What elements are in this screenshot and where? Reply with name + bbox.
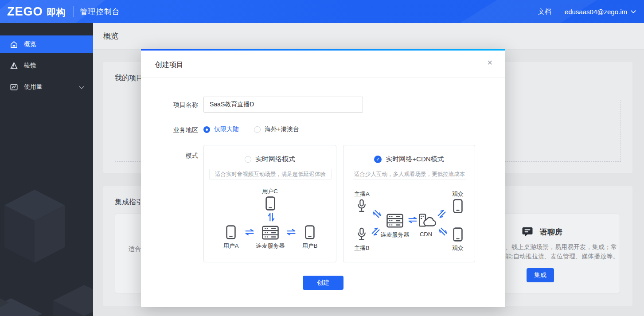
diagram-label-viewer-top: 观众 [445, 190, 471, 198]
double-arrow-icon [266, 213, 274, 222]
mode-label: 模式 [147, 152, 198, 160]
diagram-label-host-b: 主播B [354, 244, 370, 252]
mode-card-cdn[interactable]: ✓ 实时网络+CDN模式 适合少人互动，多人观看场景，更低拉流成本 主播A 主播… [343, 145, 475, 262]
topbar: ZEGO 即构 管理控制台 文档 edusaas04@zego.im [0, 0, 644, 23]
radio-overseas[interactable] [254, 126, 261, 133]
integration-guide-title: 集成指引 [115, 198, 143, 207]
project-name-label: 项目名称 [147, 101, 198, 109]
guide-desc-fragment: 适合 [129, 245, 141, 253]
integrate-button[interactable]: 集成 [527, 268, 554, 282]
mode-cdn-description: 适合少人互动，多人观看场景，更低拉流成本 [353, 169, 466, 179]
radio-mode-rtc[interactable] [245, 156, 251, 163]
topbar-divider [73, 6, 74, 17]
account-email: edusaas04@zego.im [565, 8, 627, 16]
chat-bubble-icon [522, 226, 533, 237]
diagram-label-cdn: CDN [413, 231, 439, 238]
radio-mainland-label[interactable]: 仅限大陆 [214, 125, 239, 133]
home-icon [10, 40, 18, 49]
phone-icon [265, 196, 275, 212]
console-title: 管理控制台 [80, 7, 120, 17]
project-name-input[interactable] [203, 97, 363, 113]
diagram-label-server: 连麦服务器 [253, 242, 288, 250]
diagram-label-user-b: 用户B [297, 242, 323, 250]
radio-mode-cdn-checked[interactable]: ✓ [374, 156, 382, 163]
sidebar-item-usage[interactable]: 使用量 [0, 78, 93, 96]
chevron-down-icon [79, 83, 84, 90]
cdn-icon [419, 213, 437, 229]
modal-header: 创建项目 ✕ [141, 51, 505, 78]
diagram-label-host-a: 主播A [354, 190, 370, 198]
server-icon [386, 214, 403, 230]
double-arrow-icon [408, 217, 417, 225]
double-arrow-icon [287, 229, 296, 237]
mode-cdn-title: 实时网络+CDN模式 [386, 155, 444, 164]
diagram-label-user-c: 用户C [204, 187, 336, 195]
create-project-modal: 创建项目 ✕ 项目名称 业务地区 仅限大陆 海外+港澳台 模式 实时网络模式 适… [141, 49, 505, 307]
zego-logo[interactable]: ZEGO 即构 [7, 5, 66, 19]
page-header: 概览 [93, 23, 644, 50]
microphone-icon [357, 227, 367, 242]
modal-title: 创建项目 [155, 60, 183, 70]
prism-icon [10, 62, 18, 70]
radio-mainland[interactable] [203, 126, 210, 133]
double-arrow-icon [371, 209, 382, 221]
phone-icon [453, 227, 463, 243]
sidebar-item-label: 概览 [24, 40, 36, 48]
create-button[interactable]: 创建 [303, 276, 343, 290]
sidebar: 概览 棱镜 使用量 [0, 23, 93, 316]
diagram-label-viewer-bottom: 观众 [445, 244, 471, 252]
diagram-label-user-a: 用户A [218, 242, 244, 250]
sidebar-item-prism[interactable]: 棱镜 [0, 57, 93, 74]
docs-link[interactable]: 文档 [538, 8, 551, 16]
phone-icon [226, 225, 236, 241]
mode-rtc-description: 适合实时音视频互动场景，满足超低延迟体验 [209, 169, 332, 179]
radio-overseas-label[interactable]: 海外+港澳台 [265, 125, 299, 133]
server-icon [262, 226, 279, 242]
diagram-label-server: 连麦服务器 [377, 231, 413, 239]
my-projects-title: 我的项目 [115, 74, 143, 83]
sidebar-item-overview[interactable]: 概览 [0, 35, 93, 53]
mode-card-rtc[interactable]: 实时网络模式 适合实时音视频互动场景，满足超低延迟体验 用户C 用户A 连麦服务… [203, 145, 336, 262]
mode-rtc-title: 实时网络模式 [255, 155, 295, 164]
chevron-down-icon [631, 10, 636, 13]
double-arrow-icon [245, 229, 254, 237]
usage-chart-icon [10, 83, 18, 91]
phone-icon [305, 225, 315, 241]
double-arrow-icon [437, 209, 449, 221]
sidebar-cube-decoration [0, 190, 93, 316]
logo-text-cn: 即构 [47, 6, 66, 19]
voice-room-title: 语聊房 [540, 227, 562, 237]
voice-room-description: 、线上桌游场景，易用易开发，集成；常 能:自动推拉流、麦位管理、媒体播放等。 [505, 242, 638, 261]
sidebar-item-label: 使用量 [24, 83, 43, 91]
close-icon[interactable]: ✕ [487, 59, 493, 66]
page-title: 概览 [103, 31, 118, 41]
region-label: 业务地区 [147, 126, 198, 134]
logo-text-en: ZEGO [7, 5, 43, 19]
phone-icon [453, 199, 463, 215]
sidebar-item-label: 棱镜 [24, 62, 36, 70]
account-dropdown[interactable]: edusaas04@zego.im [565, 8, 636, 16]
microphone-icon [357, 199, 367, 214]
